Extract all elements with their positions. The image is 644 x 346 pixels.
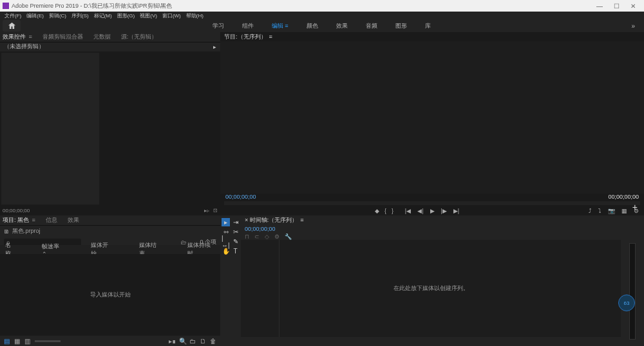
workspace-color[interactable]: 颜色 xyxy=(307,22,318,30)
audio-meter[interactable] xyxy=(629,243,636,340)
maximize-button[interactable]: ☐ xyxy=(608,1,625,11)
window-title: Adobe Premiere Pro 2019 - D:\我已练习所做实践\PR… xyxy=(12,2,591,10)
list-view-icon[interactable]: ▤ xyxy=(4,338,10,344)
home-button[interactable] xyxy=(3,20,21,32)
timeline-timecode: 00;00;00;00 xyxy=(245,226,617,232)
menu-graphics[interactable]: 图形(G) xyxy=(115,12,137,19)
mark-in-icon[interactable]: { xyxy=(384,208,386,214)
workspace-audio[interactable]: 音频 xyxy=(366,22,377,30)
window-titlebar: Adobe Premiere Pro 2019 - D:\我已练习所做实践\PR… xyxy=(0,0,644,12)
tab-metadata[interactable]: 元数据 xyxy=(93,33,111,41)
program-viewport[interactable] xyxy=(220,41,644,194)
audio-meters-panel xyxy=(621,215,644,346)
tab-source-none[interactable]: 源:（无剪辑） xyxy=(121,33,158,41)
automate-icon[interactable]: ▸∎ xyxy=(169,338,175,344)
goto-out-icon[interactable]: ▶| xyxy=(453,208,459,214)
step-fwd-icon[interactable]: |▶ xyxy=(441,208,447,214)
workspace-graphics[interactable]: 图形 xyxy=(395,22,407,30)
tools-panel: ▸ ⇥ ⇿ ✂ |↔| ✎ ✋ T xyxy=(220,215,241,346)
selection-tool[interactable]: ▸ xyxy=(222,218,230,226)
workspace-effects[interactable]: 效果 xyxy=(336,22,348,30)
menu-clip[interactable]: 剪辑(C) xyxy=(47,12,68,19)
menu-markers[interactable]: 标记(M) xyxy=(92,12,114,19)
new-item-icon[interactable]: 🗋 xyxy=(200,338,206,344)
button-editor-plus[interactable]: + xyxy=(632,202,638,212)
lift-icon[interactable]: ⤴ xyxy=(589,208,592,214)
project-columns: 名称 帧速率 ⌃ 媒体开始 媒体结束 媒体持续时 xyxy=(0,245,220,254)
icon-view-icon[interactable]: ▦ xyxy=(14,338,21,344)
timeline-tab[interactable]: × 时间轴:（无序列） xyxy=(245,216,298,224)
timeline-panel: ▸ ⇥ ⇿ ✂ |↔| ✎ ✋ T × 时间轴:（无序 xyxy=(220,215,644,346)
workspace-more[interactable]: » xyxy=(622,23,644,30)
workspace-assembly[interactable]: 组件 xyxy=(242,22,254,30)
settings-small-icon[interactable]: ⚙ xyxy=(274,233,279,240)
program-tc-right: 00;00;00;00 xyxy=(608,194,639,200)
menu-view[interactable]: 视图(V) xyxy=(138,12,159,19)
project-file-icon: 🗎 xyxy=(4,228,10,235)
tab-project[interactable]: 项目: 黑色 ≡ xyxy=(3,216,35,224)
type-tool[interactable]: T xyxy=(231,247,240,255)
tab-info[interactable]: 信息 xyxy=(46,216,57,224)
chevron-right-icon[interactable]: ▸ xyxy=(213,44,216,50)
workspace-editing[interactable]: 编辑 ≡ xyxy=(272,22,289,30)
no-clip-label: （未选择剪辑） xyxy=(4,42,44,51)
close-button[interactable]: ✕ xyxy=(625,1,641,11)
add-marker-icon[interactable]: ◆ xyxy=(375,208,379,214)
find-icon[interactable]: 🔍 xyxy=(179,338,185,344)
pen-tool[interactable]: ✎ xyxy=(231,237,240,246)
trash-icon[interactable]: 🗑 xyxy=(210,338,216,344)
freeform-view-icon[interactable]: ▥ xyxy=(24,338,31,344)
extract-icon[interactable]: ⤵ xyxy=(598,208,601,214)
snap-icon[interactable]: ⊓ xyxy=(245,233,249,240)
effect-controls-panel: 效果控件 ≡ 音频剪辑混合器 元数据 源:（无剪辑） （未选择剪辑） ▸ 00;… xyxy=(0,32,220,215)
menu-help[interactable]: 帮助(H) xyxy=(184,12,205,19)
program-tc-left: 00;00;00;00 xyxy=(225,194,256,200)
workspace-bar: 学习 组件 编辑 ≡ 颜色 效果 音频 图形 库 » xyxy=(0,19,644,32)
minimize-button[interactable]: — xyxy=(591,1,608,11)
program-title: 节目:（无序列） xyxy=(224,33,267,41)
track-select-tool[interactable]: ⇥ xyxy=(231,218,240,226)
new-bin-icon[interactable]: 🗀 xyxy=(189,338,196,344)
workspace-learn[interactable]: 学习 xyxy=(213,22,224,30)
marker-icon[interactable]: ◇ xyxy=(265,233,269,240)
goto-in-icon[interactable]: |◀ xyxy=(405,208,411,214)
tab-effect-controls[interactable]: 效果控件 ≡ xyxy=(3,33,32,41)
program-monitor: 节目:（无序列） ≡ 00;00;00;00 00;00;00;00 ◆ { }… xyxy=(220,32,644,215)
project-filename: 黑色.prproj xyxy=(12,227,41,235)
menu-sequence[interactable]: 序列(S) xyxy=(70,12,91,19)
menu-edit[interactable]: 编辑(E) xyxy=(24,12,46,19)
tab-audio-clip-mixer[interactable]: 音频剪辑混合器 xyxy=(43,33,83,41)
app-icon xyxy=(3,3,9,9)
source-timecode: 00;00;00;00 xyxy=(3,208,30,214)
menubar: 文件(F) 编辑(E) 剪辑(C) 序列(S) 标记(M) 图形(G) 视图(V… xyxy=(0,12,644,19)
home-icon xyxy=(8,23,15,29)
hand-tool[interactable]: ✋ xyxy=(222,247,230,255)
project-panel: 项目: 黑色 ≡ 信息 效果 🗎黑色.prproj 🗁 0 个项 名称 帧速率 … xyxy=(0,215,220,346)
export-frame-icon[interactable]: 📷 xyxy=(608,208,615,214)
notification-badge[interactable]: 63 xyxy=(618,295,635,311)
zoom-slider[interactable] xyxy=(35,340,61,342)
timeline-empty-message: 在此处放下媒体以创建序列。 xyxy=(393,284,469,293)
play-icon[interactable]: ▶ xyxy=(430,208,435,214)
mark-out-icon[interactable]: } xyxy=(392,208,393,214)
menu-window[interactable]: 窗口(W) xyxy=(160,12,183,19)
program-scrubber[interactable] xyxy=(224,201,640,205)
wrench-icon[interactable]: 🔧 xyxy=(285,233,292,240)
menu-file[interactable]: 文件(F) xyxy=(3,12,23,19)
linked-selection-icon[interactable]: ⊂ xyxy=(254,233,260,240)
compare-view-icon[interactable]: ▦ xyxy=(621,208,627,214)
tab-effects-panel[interactable]: 效果 xyxy=(68,216,79,224)
source-tool-icon[interactable]: ▸▹ xyxy=(204,208,209,214)
project-empty-message: 导入媒体以开始 xyxy=(90,291,131,299)
workspace-libraries[interactable]: 库 xyxy=(425,22,431,30)
source-zoom-icon[interactable]: ⊡ xyxy=(213,208,218,214)
bin-icon[interactable]: 🗁 xyxy=(181,239,187,246)
slip-tool[interactable]: |↔| xyxy=(222,237,230,246)
step-back-icon[interactable]: ◀| xyxy=(417,208,423,214)
razor-tool[interactable]: ✂ xyxy=(231,228,240,236)
